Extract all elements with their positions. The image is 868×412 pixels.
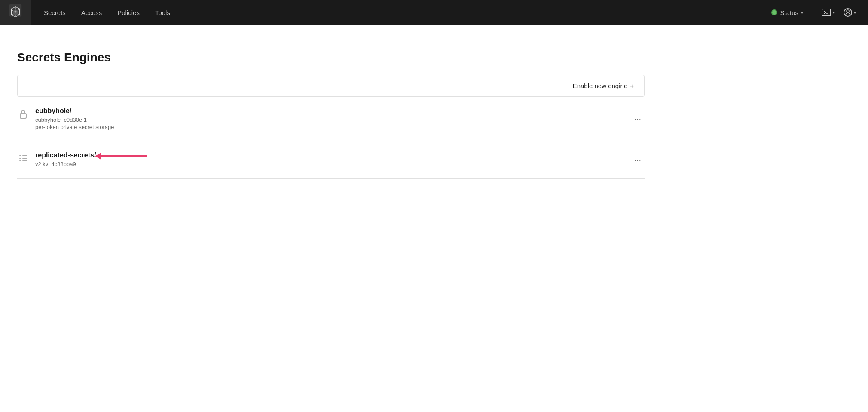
svg-rect-18 <box>22 160 27 161</box>
status-button[interactable]: Status ▾ <box>767 6 807 19</box>
page-title: Secrets Engines <box>17 51 645 65</box>
terminal-icon <box>822 9 831 16</box>
nav-right: Status ▾ ▾ ▾ <box>767 6 868 19</box>
terminal-chevron-icon: ▾ <box>833 10 835 15</box>
nav-policies[interactable]: Policies <box>111 6 146 19</box>
engine-replicated-menu[interactable]: ··· <box>630 151 645 168</box>
engine-item-replicated-secrets: replicated-secrets/ v2 kv_4c88bba9 ··· <box>17 141 645 179</box>
svg-rect-13 <box>19 155 21 156</box>
arrow-annotation <box>99 155 147 157</box>
nav-links: Secrets Access Policies Tools <box>38 6 176 19</box>
enable-new-engine-label: Enable new engine <box>573 82 628 89</box>
plus-icon: + <box>630 82 634 89</box>
svg-rect-17 <box>22 158 27 159</box>
nav-divider <box>813 6 813 19</box>
lock-icon <box>17 108 29 120</box>
status-label: Status <box>780 9 798 16</box>
enable-new-engine-button[interactable]: Enable new engine + <box>573 82 634 89</box>
engine-cubbyhole-desc: per-token private secret storage <box>35 124 645 130</box>
engine-cubbyhole-menu[interactable]: ··· <box>630 111 645 127</box>
terminal-button[interactable]: ▾ <box>818 6 838 19</box>
engine-replicated-info: replicated-secrets/ v2 kv_4c88bba9 <box>35 151 645 168</box>
engine-list: cubbyhole/ cubbyhole_c9d30ef1 per-token … <box>17 97 645 179</box>
status-dot <box>771 9 777 15</box>
engine-cubbyhole-info: cubbyhole/ cubbyhole_c9d30ef1 per-token … <box>35 107 645 130</box>
svg-rect-16 <box>22 155 27 156</box>
user-chevron-icon: ▾ <box>854 10 856 15</box>
engine-replicated-accessor: v2 kv_4c88bba9 <box>35 161 645 167</box>
nav-access[interactable]: Access <box>75 6 108 19</box>
toolbar: Enable new engine + <box>17 75 645 97</box>
kv-list-icon <box>17 152 29 164</box>
engine-cubbyhole-accessor: cubbyhole_c9d30ef1 <box>35 117 645 123</box>
engine-cubbyhole-name[interactable]: cubbyhole/ <box>35 107 71 115</box>
main-content: Secrets Engines Enable new engine + cubb… <box>0 25 662 196</box>
user-button[interactable]: ▾ <box>840 6 859 19</box>
engine-replicated-name[interactable]: replicated-secrets/ <box>35 151 96 159</box>
engine-item-cubbyhole: cubbyhole/ cubbyhole_c9d30ef1 per-token … <box>17 97 645 141</box>
status-chevron-icon: ▾ <box>801 10 803 15</box>
nav-secrets[interactable]: Secrets <box>38 6 72 19</box>
svg-point-11 <box>847 10 849 12</box>
svg-rect-14 <box>19 158 21 159</box>
nav-tools[interactable]: Tools <box>149 6 176 19</box>
user-icon <box>844 8 852 17</box>
svg-rect-12 <box>20 114 26 118</box>
top-nav: Secrets Access Policies Tools Status ▾ ▾ <box>0 0 868 25</box>
svg-rect-15 <box>19 160 21 161</box>
nav-logo[interactable] <box>0 0 31 25</box>
